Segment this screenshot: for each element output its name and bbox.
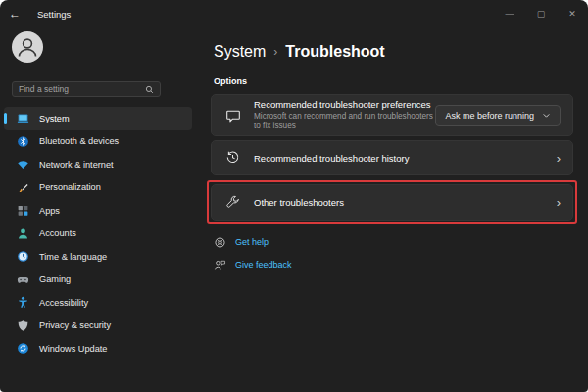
breadcrumb-system[interactable]: System [214,43,266,61]
selected-indicator [4,113,7,124]
sidebar-item-gaming[interactable]: Gaming [4,269,192,292]
sidebar-item-label: Personalization [39,182,101,192]
feedback-icon [214,259,226,271]
sidebar-item-label: Accessibility [39,298,88,308]
user-avatar[interactable] [12,31,43,63]
maximize-button[interactable]: ▢ [525,0,557,27]
back-arrow-icon: ← [9,7,21,21]
sidebar-nav: System Bluetooth & devices Network & int… [0,107,196,361]
minimize-button[interactable]: — [494,0,525,27]
apps-icon [17,204,29,217]
link-label: Give feedback [235,260,292,270]
history-icon [225,150,241,166]
dropdown-selected-value: Ask me before running [445,111,534,121]
sidebar-item-apps[interactable]: Apps [4,199,192,222]
sidebar-item-label: Accounts [39,228,76,238]
link-label: Get help [235,237,269,247]
sidebar-item-label: Privacy & security [39,320,111,330]
wifi-icon [17,158,29,171]
game-controller-icon [17,273,29,286]
titlebar: ← Settings — ▢ ✕ [0,0,588,27]
chevron-right-icon: › [557,196,561,209]
minimize-icon: — [506,9,514,19]
card-other-troubleshooters[interactable]: Other troubleshooters › [211,184,573,220]
chevron-right-icon: › [557,152,561,165]
main-content: System › Troubleshoot Options Recommende… [196,27,588,392]
wrench-icon [225,195,241,211]
shield-icon [17,319,29,332]
sidebar-item-privacy-security[interactable]: Privacy & security [4,315,192,338]
help-lifebuoy-icon [214,236,226,249]
card-text: Other troubleshooters [254,197,557,208]
close-icon: ✕ [568,9,576,19]
sidebar-item-network-internet[interactable]: Network & internet [4,153,192,176]
sidebar-item-bluetooth-devices[interactable]: Bluetooth & devices [4,130,192,154]
search-box [12,81,161,97]
give-feedback-link[interactable]: Give feedback [214,258,292,271]
search-icon [145,85,154,94]
card-text: Recommended troubleshooter history [254,153,557,164]
person-icon [17,227,29,240]
chevron-down-icon [542,111,551,120]
maximize-icon: ▢ [537,9,546,19]
person-icon [12,31,43,63]
card-subtitle: Microsoft can recommend and run troubles… [254,112,435,131]
sidebar-item-label: System [39,114,70,123]
sidebar: System Bluetooth & devices Network & int… [0,27,196,392]
card-recommended-troubleshooter-history[interactable]: Recommended troubleshooter history › [211,140,573,175]
sidebar-item-accounts[interactable]: Accounts [4,222,192,246]
window-controls: — ▢ ✕ [494,0,588,27]
sidebar-item-time-language[interactable]: Time & language [4,245,192,269]
settings-window: ← Settings — ▢ ✕ [0,0,588,392]
brush-icon [17,181,29,194]
sidebar-item-label: Gaming [39,274,71,284]
page-title: Troubleshoot [285,43,384,61]
troubleshooter-preference-dropdown[interactable]: Ask me before running [435,105,561,126]
sidebar-item-label: Bluetooth & devices [39,136,119,146]
close-button[interactable]: ✕ [557,0,588,27]
options-section-label: Options [214,76,247,86]
sidebar-item-system[interactable]: System [4,107,192,130]
sidebar-item-accessibility[interactable]: Accessibility [4,291,192,315]
get-help-link[interactable]: Get help [214,235,292,249]
sidebar-item-label: Network & internet [39,160,114,170]
red-highlight-annotation: Other troubleshooters › [207,180,577,224]
breadcrumb: System › Troubleshoot [214,43,385,61]
card-title: Other troubleshooters [254,197,557,208]
sidebar-item-label: Apps [39,206,60,216]
comment-bubble-icon [225,108,241,123]
card-title: Recommended troubleshooter preferences [254,99,435,110]
card-text: Recommended troubleshooter preferences M… [254,99,435,131]
search-input[interactable] [19,84,145,94]
bluetooth-icon [17,135,29,148]
accessibility-icon [17,296,29,309]
card-title: Recommended troubleshooter history [254,153,557,164]
sidebar-item-label: Windows Update [39,344,107,354]
window-title: Settings [37,9,71,20]
sidebar-item-personalization[interactable]: Personalization [4,176,192,200]
sidebar-item-label: Time & language [39,252,107,262]
card-recommended-troubleshooter-preferences: Recommended troubleshooter preferences M… [211,94,573,136]
sidebar-item-windows-update[interactable]: Windows Update [4,337,192,361]
back-button[interactable]: ← [0,0,29,27]
clock-icon [17,250,29,263]
update-sync-icon [17,342,29,355]
help-links: Get help Give feedback [214,235,292,280]
breadcrumb-separator: › [273,45,277,59]
settings-cards: Recommended troubleshooter preferences M… [211,94,573,224]
system-icon [17,112,29,124]
